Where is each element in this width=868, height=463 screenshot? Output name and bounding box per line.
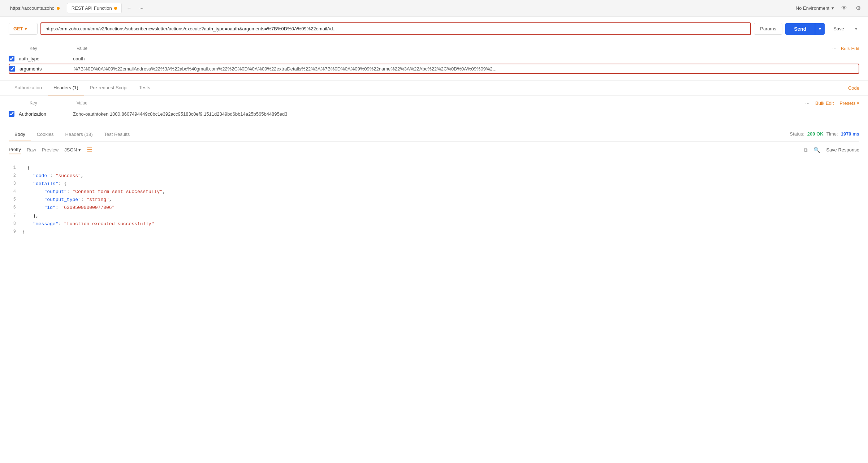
- param-row-auth-type: auth_type oauth: [9, 54, 859, 63]
- response-tab-test-results-label: Test Results: [104, 132, 130, 137]
- environment-selector[interactable]: No Environment ▾: [796, 5, 834, 11]
- send-button-group: Send ▾: [785, 23, 825, 35]
- env-label: No Environment: [796, 5, 829, 11]
- param-key-auth-type: auth_type: [19, 56, 73, 61]
- response-tab-body-label: Body: [14, 132, 25, 137]
- params-key-header: Key: [19, 46, 77, 51]
- tab-tests[interactable]: Tests: [133, 81, 156, 95]
- param-value-auth-type: oauth: [73, 56, 859, 61]
- headers-value-header: Value: [77, 100, 805, 106]
- line-content-3: "details": {: [22, 180, 859, 188]
- format-tab-pretty-label: Pretty: [9, 147, 21, 152]
- format-tab-pretty[interactable]: Pretty: [9, 145, 21, 154]
- code-line-8: 8 "message": "function executed successf…: [9, 220, 859, 228]
- line-num-9: 9: [9, 228, 16, 235]
- response-tab-headers-label: Headers (18): [65, 132, 93, 137]
- param-checkbox-arguments[interactable]: [9, 66, 15, 72]
- code-line-3: 3 "details": {: [9, 180, 859, 188]
- line-content-5: "output_type": "string",: [22, 196, 859, 204]
- headers-more-icon[interactable]: ···: [805, 100, 809, 106]
- line-content-2: "code": "success",: [22, 172, 859, 180]
- code-line-7: 7 },: [9, 212, 859, 220]
- response-section: Body Cookies Headers (18) Test Results S…: [0, 125, 868, 242]
- tab-rest-api-label: REST API Function: [72, 5, 112, 11]
- top-bar-right: No Environment ▾ 👁 ⚙: [796, 3, 862, 13]
- headers-actions: ··· Bulk Edit Presets ▾: [805, 100, 859, 106]
- headers-presets[interactable]: Presets ▾: [839, 100, 859, 106]
- line-content-1: - {: [22, 164, 859, 172]
- tabs-nav-right: Code: [848, 82, 859, 94]
- response-meta: Status: 200 OK Time: 1970 ms: [790, 131, 859, 138]
- more-tabs-button[interactable]: ···: [137, 4, 146, 12]
- response-tab-cookies[interactable]: Cookies: [31, 128, 60, 141]
- param-checkbox-auth-type[interactable]: [9, 56, 14, 61]
- line-content-6: "id": "63095000000077006": [22, 204, 859, 212]
- params-button[interactable]: Params: [754, 23, 782, 35]
- header-key-authorization: Authorization: [19, 111, 73, 117]
- format-tab-preview[interactable]: Preview: [42, 146, 59, 154]
- code-line-6: 6 "id": "63095000000077006": [9, 204, 859, 212]
- eye-icon[interactable]: 👁: [840, 4, 848, 13]
- save-dropdown-button[interactable]: ▾: [853, 23, 859, 34]
- status-label: Status:: [790, 131, 804, 137]
- tab-rest-api[interactable]: REST API Function: [67, 3, 122, 13]
- format-bar: Pretty Raw Preview JSON ▾ ☰ ⧉ 🔍 Save Res…: [9, 142, 859, 158]
- method-chevron-icon: ▾: [25, 26, 27, 31]
- line-content-8: "message": "function executed successful…: [22, 220, 859, 228]
- send-button[interactable]: Send: [785, 23, 815, 35]
- send-dropdown-button[interactable]: ▾: [815, 23, 825, 35]
- response-tab-cookies-label: Cookies: [37, 132, 54, 137]
- wrap-icon[interactable]: ☰: [87, 146, 92, 154]
- copy-icon[interactable]: ⧉: [804, 147, 808, 153]
- line-num-1: 1: [9, 164, 16, 171]
- header-checkbox-authorization[interactable]: [9, 111, 14, 117]
- code-link[interactable]: Code: [848, 85, 859, 91]
- code-line-2: 2 "code": "success",: [9, 172, 859, 180]
- time-label: Time:: [826, 131, 838, 137]
- code-line-4: 4 "output": "Consent form sent successfu…: [9, 188, 859, 196]
- response-tab-headers[interactable]: Headers (18): [60, 128, 99, 141]
- format-select-label: JSON: [64, 147, 77, 153]
- response-tab-test-results[interactable]: Test Results: [98, 128, 135, 141]
- save-button[interactable]: Save: [828, 23, 850, 34]
- response-tabs-nav: Body Cookies Headers (18) Test Results S…: [9, 125, 859, 142]
- format-select[interactable]: JSON ▾: [64, 147, 81, 153]
- header-row-authorization: Authorization Zoho-oauthtoken 1000.86074…: [9, 109, 859, 119]
- line-num-7: 7: [9, 212, 16, 219]
- line-content-7: },: [22, 212, 859, 220]
- format-tab-preview-label: Preview: [42, 147, 59, 153]
- save-response-button[interactable]: Save Response: [826, 147, 859, 153]
- tabs-nav: Authorization Headers (1) Pre-request Sc…: [9, 81, 859, 95]
- line-num-5: 5: [9, 196, 16, 203]
- tab-headers[interactable]: Headers (1): [48, 81, 84, 95]
- method-selector[interactable]: GET ▾: [9, 23, 38, 35]
- tab-accounts[interactable]: https://accounts.zoho: [6, 3, 64, 13]
- tab-pre-request[interactable]: Pre-request Script: [84, 81, 134, 95]
- line-num-8: 8: [9, 220, 16, 227]
- params-section: Key Value ··· Bulk Edit auth_type oauth …: [0, 41, 868, 81]
- headers-key-header: Key: [19, 100, 77, 106]
- time-value: 1970 ms: [841, 131, 859, 137]
- url-input[interactable]: [40, 22, 751, 35]
- request-area: GET ▾ Params Send ▾ Save ▾: [0, 17, 868, 41]
- params-more-icon[interactable]: ···: [832, 46, 837, 51]
- param-row-arguments: arguments %7B%0D%0A%09%22emailAddress%22…: [9, 64, 859, 74]
- chevron-down-icon: ▾: [832, 5, 834, 11]
- params-bulk-edit[interactable]: Bulk Edit: [841, 46, 859, 51]
- tab-rest-api-dot: [114, 7, 117, 10]
- tab-authorization[interactable]: Authorization: [9, 81, 48, 95]
- tab-accounts-label: https://accounts.zoho: [10, 5, 55, 11]
- format-tab-raw[interactable]: Raw: [27, 146, 36, 154]
- method-label: GET: [13, 26, 23, 31]
- tab-pre-request-label: Pre-request Script: [90, 85, 128, 90]
- response-tab-body[interactable]: Body: [9, 128, 31, 141]
- search-icon[interactable]: 🔍: [813, 147, 820, 153]
- add-tab-button[interactable]: +: [125, 4, 134, 13]
- line-num-6: 6: [9, 204, 16, 211]
- code-block: 1 - { 2 "code": "success", 3 "details": …: [9, 158, 859, 242]
- tab-accounts-dot: [57, 7, 60, 10]
- gear-icon[interactable]: ⚙: [854, 3, 862, 13]
- headers-bulk-edit[interactable]: Bulk Edit: [815, 100, 834, 106]
- param-value-arguments: %7B%0D%0A%09%22emailAddress%22%3A%22abc%…: [74, 66, 859, 72]
- headers-table-header: Key Value ··· Bulk Edit Presets ▾: [9, 99, 859, 109]
